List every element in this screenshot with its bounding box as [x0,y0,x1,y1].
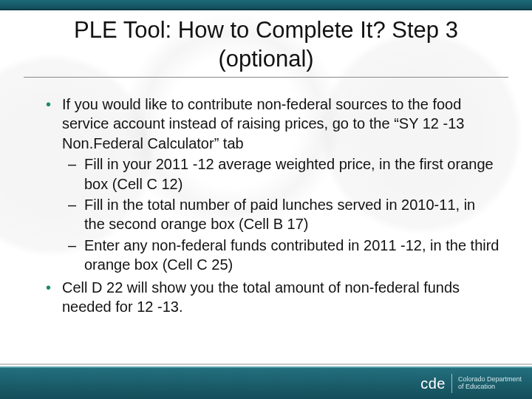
slide-body: If you would like to contribute non-fede… [43,95,499,319]
sub-bullet-item: Fill in your 2011 -12 average weighted p… [62,154,499,194]
footer-logo: cde Colorado Department of Education [420,374,522,393]
org-line2: of Education [458,383,495,390]
top-accent-bar [0,0,532,10]
org-line1: Colorado Department [458,375,522,383]
slide-title: PLE Tool: How to Complete It? Step 3 (op… [30,16,502,74]
bullet-text: Cell D 22 will show you the total amount… [62,279,460,315]
bullet-list: If you would like to contribute non-fede… [43,95,499,316]
logo-text: Colorado Department of Education [458,376,522,391]
footer-bar: cde Colorado Department of Education [0,366,532,399]
bullet-item: Cell D 22 will show you the total amount… [43,278,499,317]
sub-bullet-item: Fill in the total number of paid lunches… [62,195,499,234]
footer-divider [0,364,532,365]
sub-bullet-list: Fill in your 2011 -12 average weighted p… [62,154,499,274]
title-underline [24,77,508,78]
bullet-text: If you would like to contribute non-fede… [62,96,464,151]
logo-divider [451,374,452,393]
logo-mark: cde [420,375,446,392]
sub-bullet-item: Enter any non-federal funds contributed … [62,236,499,275]
slide: PLE Tool: How to Complete It? Step 3 (op… [0,0,532,399]
bullet-item: If you would like to contribute non-fede… [43,95,499,275]
